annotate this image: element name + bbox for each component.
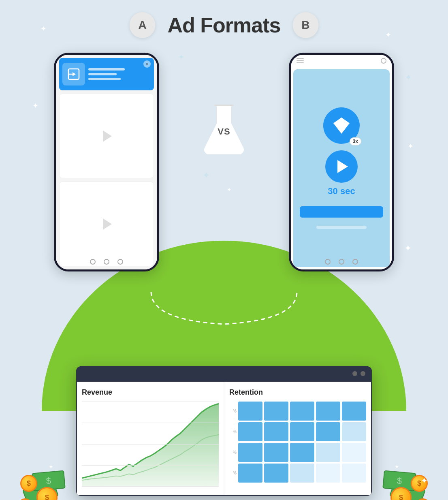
phone-dot xyxy=(325,259,331,265)
phone-a-screen: × xyxy=(56,55,157,269)
phone-b-inner: 3x 30 sec xyxy=(291,55,392,269)
sparkle-icon: ✦ xyxy=(49,464,53,470)
ad-line xyxy=(88,78,121,80)
ret-cell xyxy=(264,464,288,483)
retention-panel: Retention % % % xyxy=(224,382,371,495)
ret-cell xyxy=(238,422,262,441)
sparkle-icon: ✦ xyxy=(41,24,47,33)
ret-label: % xyxy=(229,402,237,421)
ad-line xyxy=(88,73,117,75)
sparkle-icon: ✦ xyxy=(385,30,391,39)
multiplier-badge: 3x xyxy=(350,137,361,145)
window-titlebar xyxy=(76,366,372,381)
ret-cell xyxy=(238,443,262,462)
sparkle-icon: ✦ xyxy=(407,142,414,151)
chart-gridline xyxy=(82,465,219,466)
rewarded-cta-subtext xyxy=(316,226,367,229)
window-content: Revenue xyxy=(77,382,371,495)
phone-b: 3x 30 sec xyxy=(289,53,394,271)
menu-circle-icon xyxy=(381,58,386,64)
chart-gridline xyxy=(82,423,219,423)
window-dot-2 xyxy=(361,371,365,376)
badge-a: A xyxy=(130,12,156,38)
phone-bottom-buttons xyxy=(291,259,392,265)
play-icon xyxy=(103,218,112,230)
window-dot-1 xyxy=(352,371,357,376)
ret-cell xyxy=(290,464,314,483)
ret-cell xyxy=(264,422,288,441)
ad-line xyxy=(88,68,125,71)
ret-cell xyxy=(316,422,340,441)
ret-cell xyxy=(264,402,288,421)
play-icon xyxy=(103,130,112,142)
phone-dot xyxy=(352,259,358,265)
rewarded-content: 3x 30 sec xyxy=(293,69,390,267)
ret-cell xyxy=(290,402,314,421)
ret-cell xyxy=(316,443,340,462)
timer-text: 30 sec xyxy=(328,186,355,197)
sparkle-icon: ✦ xyxy=(32,101,38,110)
chart-gridlines xyxy=(82,402,219,487)
chart-gridline xyxy=(82,402,219,402)
retention-label: Retention xyxy=(229,388,366,397)
retention-grid: % % % % xyxy=(229,402,366,483)
revenue-chart xyxy=(82,402,219,487)
coin: $ xyxy=(20,475,37,492)
vs-flask: VS xyxy=(202,101,246,158)
ret-cell xyxy=(342,464,366,483)
header: A Ad Formats B xyxy=(130,12,319,38)
diamond-badge: 3x xyxy=(323,107,360,144)
ad-banner-icon xyxy=(62,63,85,85)
ad-banner-lines xyxy=(88,68,125,80)
rewarded-cta-button[interactable] xyxy=(300,206,383,218)
sparkle-icon: ✦ xyxy=(395,464,399,470)
sparkle-icon: ✦ xyxy=(405,73,412,82)
ret-cell xyxy=(316,464,340,483)
ret-cell xyxy=(264,443,288,462)
phone-dot xyxy=(117,259,123,265)
sparkle-icon: ✦ xyxy=(404,243,412,254)
ret-cell xyxy=(342,443,366,462)
phones-area: × VS xyxy=(54,53,394,271)
phone-b-top-bar xyxy=(291,55,392,67)
ret-cell xyxy=(290,422,314,441)
analytics-window: Revenue xyxy=(76,366,372,496)
phone-dot xyxy=(339,259,344,265)
close-icon[interactable]: × xyxy=(143,60,151,68)
ret-cell xyxy=(342,422,366,441)
ret-cell xyxy=(342,402,366,421)
phone-dot xyxy=(90,259,96,265)
ad-banner: × xyxy=(59,58,154,90)
phone-card-1 xyxy=(59,94,154,178)
phone-a: × xyxy=(54,53,159,271)
chart-gridline xyxy=(82,444,219,444)
phone-b-screen: 3x 30 sec xyxy=(291,55,392,269)
revenue-panel: Revenue xyxy=(77,382,224,495)
revenue-label: Revenue xyxy=(82,388,219,397)
phone-bottom-buttons xyxy=(56,259,157,265)
phone-dot xyxy=(104,259,109,265)
chart-gridline xyxy=(82,486,219,487)
diamond-icon xyxy=(331,115,352,136)
login-icon xyxy=(67,67,81,81)
hamburger-icon xyxy=(297,58,304,63)
page-title: Ad Formats xyxy=(168,13,281,37)
badge-b: B xyxy=(292,12,318,38)
video-timer: 30 sec xyxy=(325,150,358,197)
ret-cell xyxy=(316,402,340,421)
ret-cell xyxy=(238,402,262,421)
ret-cell xyxy=(238,464,262,483)
ret-label: % xyxy=(229,443,237,462)
ret-label: % xyxy=(229,422,237,441)
ret-cell xyxy=(290,443,314,462)
ret-label: % xyxy=(229,464,237,483)
connector-lines xyxy=(102,288,346,328)
sparkle-icon: ✦ xyxy=(421,476,428,485)
play-button[interactable] xyxy=(325,150,358,183)
play-triangle-icon xyxy=(337,160,348,173)
vs-text: VS xyxy=(218,126,230,137)
phone-card-2 xyxy=(59,182,154,266)
